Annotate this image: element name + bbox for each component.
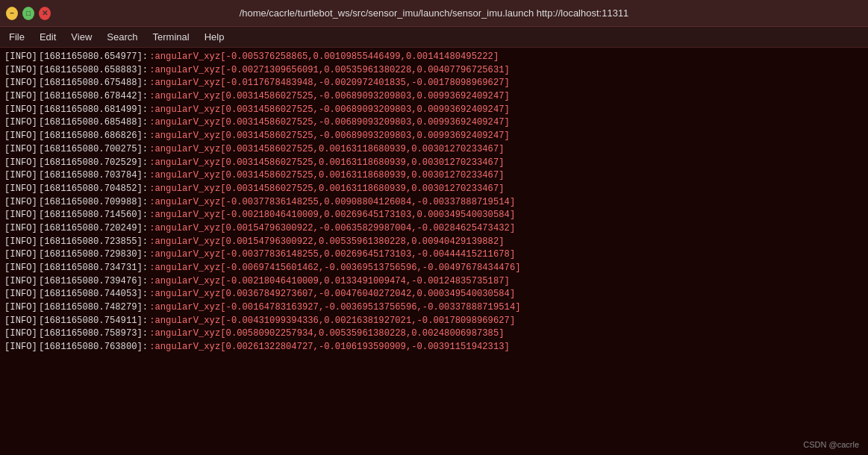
log-message: :angularV_xyz[-0.00377836148255,0.002696… (149, 248, 515, 262)
log-message: :angularV_xyz[0.00580902257934,0.0053596… (149, 327, 504, 341)
log-line: [INFO] [1681165080.714560]: :angularV_xy… (4, 209, 864, 222)
log-timestamp: [1681165080.685488]: (39, 116, 148, 130)
log-message: :angularV_xyz[-0.005376258865,0.00109855… (149, 51, 499, 64)
log-line: [INFO] [1681165080.686826]: :angularV_xy… (4, 130, 864, 143)
log-line: [INFO] [1681165080.678442]: :angularV_xy… (4, 90, 864, 104)
log-message: :angularV_xyz[0.00367849273607,-0.004760… (149, 288, 515, 301)
log-line: [INFO] [1681165080.758973]: :angularV_xy… (4, 327, 864, 341)
log-level: [INFO] (4, 222, 37, 236)
log-timestamp: [1681165080.675488]: (39, 77, 148, 90)
maximize-button[interactable]: □ (22, 7, 34, 20)
log-timestamp: [1681165080.658883]: (39, 64, 148, 78)
minimize-button[interactable]: – (6, 7, 18, 20)
log-line: [INFO] [1681165080.748279]: :angularV_xy… (4, 301, 864, 315)
log-level: [INFO] (4, 64, 37, 78)
log-timestamp: [1681165080.703784]: (39, 169, 148, 183)
log-timestamp: [1681165080.754911]: (39, 315, 148, 328)
log-line: [INFO] [1681165080.754911]: :angularV_xy… (4, 315, 864, 328)
log-line: [INFO] [1681165080.720249]: :angularV_xy… (4, 222, 864, 236)
log-level: [INFO] (4, 262, 37, 275)
title-bar: – □ ✕ /home/cacrle/turtlebot_ws/src/sens… (0, 0, 868, 27)
log-message: :angularV_xyz[0.00314586027525,-0.006890… (149, 104, 510, 117)
menu-item-search[interactable]: Search (101, 30, 143, 44)
log-line: [INFO] [1681165080.681499]: :angularV_xy… (4, 104, 864, 117)
log-level: [INFO] (4, 275, 37, 289)
log-level: [INFO] (4, 301, 37, 315)
log-level: [INFO] (4, 77, 37, 90)
log-timestamp: [1681165080.709988]: (39, 196, 148, 210)
log-timestamp: [1681165080.720249]: (39, 222, 148, 236)
log-timestamp: [1681165080.744053]: (39, 288, 148, 301)
log-message: :angularV_xyz[-0.00218046410009,0.013349… (149, 275, 510, 289)
log-level: [INFO] (4, 183, 37, 196)
log-timestamp: [1681165080.734731]: (39, 262, 148, 275)
log-line: [INFO] [1681165080.685488]: :angularV_xy… (4, 116, 864, 130)
log-timestamp: [1681165080.654977]: (39, 51, 148, 64)
log-timestamp: [1681165080.700275]: (39, 143, 148, 157)
log-timestamp: [1681165080.758973]: (39, 327, 148, 341)
log-timestamp: [1681165080.748279]: (39, 301, 148, 315)
log-level: [INFO] (4, 315, 37, 328)
menu-item-terminal[interactable]: Terminal (147, 30, 196, 44)
log-message: :angularV_xyz[0.00314586027525,0.0016311… (149, 157, 504, 170)
log-line: [INFO] [1681165080.658883]: :angularV_xy… (4, 64, 864, 78)
log-message: :angularV_xyz[-0.00377836148255,0.009088… (149, 196, 515, 210)
log-message: :angularV_xyz[0.00314586027525,-0.006890… (149, 130, 510, 143)
log-message: :angularV_xyz[0.00314586027525,-0.006890… (149, 90, 510, 104)
log-level: [INFO] (4, 130, 37, 143)
log-message: :angularV_xyz[-0.00218046410009,0.002696… (149, 209, 515, 222)
log-line: [INFO] [1681165080.723855]: :angularV_xy… (4, 236, 864, 249)
log-message: :angularV_xyz[0.00314586027525,-0.006890… (149, 116, 510, 130)
log-level: [INFO] (4, 157, 37, 170)
log-line: [INFO] [1681165080.744053]: :angularV_xy… (4, 288, 864, 301)
log-timestamp: [1681165080.739476]: (39, 275, 148, 289)
log-message: :angularV_xyz[0.00261322804727,-0.010619… (149, 341, 510, 354)
log-level: [INFO] (4, 248, 37, 262)
log-level: [INFO] (4, 104, 37, 117)
log-message: :angularV_xyz[0.00154796300922,0.0053596… (149, 236, 504, 249)
log-message: :angularV_xyz[0.00314586027525,0.0016311… (149, 183, 504, 196)
log-level: [INFO] (4, 288, 37, 301)
log-line: [INFO] [1681165080.703784]: :angularV_xy… (4, 169, 864, 183)
log-line: [INFO] [1681165080.704852]: :angularV_xy… (4, 183, 864, 196)
menu-item-edit[interactable]: Edit (34, 30, 62, 44)
log-level: [INFO] (4, 90, 37, 104)
log-timestamp: [1681165080.714560]: (39, 209, 148, 222)
log-message: :angularV_xyz[0.00314586027525,0.0016311… (149, 169, 504, 183)
window-title: /home/cacrle/turtlebot_ws/src/sensor_imu… (51, 7, 817, 19)
log-line: [INFO] [1681165080.675488]: :angularV_xy… (4, 77, 864, 90)
log-line: [INFO] [1681165080.709988]: :angularV_xy… (4, 196, 864, 210)
log-level: [INFO] (4, 209, 37, 222)
log-message: :angularV_xyz[0.00154796300922,-0.006358… (149, 222, 515, 236)
log-level: [INFO] (4, 196, 37, 210)
log-line: [INFO] [1681165080.729830]: :angularV_xy… (4, 248, 864, 262)
menu-item-view[interactable]: View (65, 30, 98, 44)
log-level: [INFO] (4, 327, 37, 341)
log-timestamp: [1681165080.681499]: (39, 104, 148, 117)
log-timestamp: [1681165080.723855]: (39, 236, 148, 249)
log-line: [INFO] [1681165080.763800]: :angularV_xy… (4, 341, 864, 354)
log-message: :angularV_xyz[-0.00697415601462,-0.00369… (149, 262, 520, 275)
log-line: [INFO] [1681165080.702529]: :angularV_xy… (4, 157, 864, 170)
log-level: [INFO] (4, 236, 37, 249)
menu-item-file[interactable]: File (3, 30, 31, 44)
log-message: :angularV_xyz[-0.0117678483948,-0.002097… (149, 77, 510, 90)
menu-bar: FileEditViewSearchTerminalHelp (0, 27, 868, 48)
close-button[interactable]: ✕ (39, 7, 51, 20)
menu-item-help[interactable]: Help (199, 30, 231, 44)
log-message: :angularV_xyz[-0.00164783163927,-0.00369… (149, 301, 520, 315)
log-message: :angularV_xyz[-0.00431099394336,0.002163… (149, 315, 515, 328)
log-line: [INFO] [1681165080.734731]: :angularV_xy… (4, 262, 864, 275)
terminal-output: [INFO] [1681165080.654977]: :angularV_xy… (0, 48, 868, 455)
watermark: CSDN @cacrle (803, 440, 859, 449)
log-timestamp: [1681165080.763800]: (39, 341, 148, 354)
log-timestamp: [1681165080.702529]: (39, 157, 148, 170)
log-timestamp: [1681165080.729830]: (39, 248, 148, 262)
log-line: [INFO] [1681165080.700275]: :angularV_xy… (4, 143, 864, 157)
log-message: :angularV_xyz[0.00314586027525,0.0016311… (149, 143, 504, 157)
log-message: :angularV_xyz[-0.00271309656091,0.005359… (149, 64, 510, 78)
log-level: [INFO] (4, 341, 37, 354)
log-line: [INFO] [1681165080.739476]: :angularV_xy… (4, 275, 864, 289)
log-level: [INFO] (4, 116, 37, 130)
log-timestamp: [1681165080.704852]: (39, 183, 148, 196)
